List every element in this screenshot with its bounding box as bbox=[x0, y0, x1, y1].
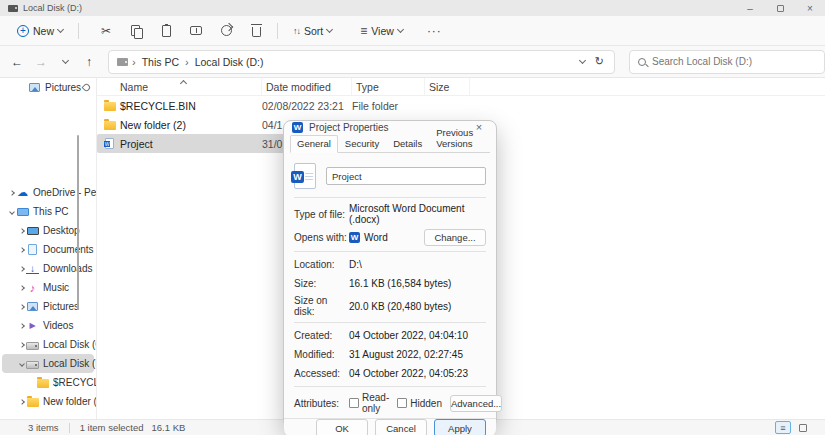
search-box[interactable] bbox=[629, 50, 825, 74]
expand-chevron-icon[interactable] bbox=[19, 304, 25, 310]
file-date-modified: 02/08/2022 23:21 bbox=[262, 100, 352, 112]
sidebar-item-pictures-pinned[interactable]: Pictures bbox=[2, 78, 94, 97]
details-view-toggle[interactable]: ≡ bbox=[775, 421, 791, 434]
sidebar-item-label: Desktop bbox=[43, 225, 80, 236]
breadcrumb-this-pc[interactable]: This PC bbox=[138, 56, 183, 68]
sort-button-label: Sort bbox=[304, 25, 323, 37]
apply-button[interactable]: Apply bbox=[434, 419, 486, 435]
expand-chevron-icon[interactable] bbox=[19, 342, 25, 348]
new-button-label: New bbox=[33, 25, 54, 37]
cancel-button[interactable]: Cancel bbox=[375, 419, 427, 435]
checkbox-icon bbox=[397, 398, 407, 408]
tab-details[interactable]: Details bbox=[386, 135, 429, 153]
sidebar-item-label: Music bbox=[43, 282, 69, 293]
see-more-button[interactable]: ··· bbox=[420, 19, 449, 43]
column-header-size[interactable]: Size bbox=[425, 78, 470, 95]
drive-icon bbox=[26, 361, 39, 369]
collapse-chevron-icon[interactable] bbox=[9, 209, 15, 215]
divider bbox=[294, 322, 486, 323]
sidebar-item-onedrive[interactable]: ☁ OneDrive - Perso bbox=[2, 183, 94, 202]
breadcrumb-separator-icon: › bbox=[183, 56, 191, 68]
expand-chevron-icon[interactable] bbox=[19, 399, 25, 405]
copy-icon bbox=[131, 25, 141, 37]
expand-chevron-icon[interactable] bbox=[19, 266, 25, 272]
read-only-label: Read-only bbox=[362, 392, 389, 414]
large-icons-view-toggle[interactable] bbox=[795, 421, 811, 434]
address-dropdown-icon[interactable] bbox=[579, 56, 586, 63]
breadcrumb[interactable]: › This PC › Local Disk (D:) ↻ bbox=[108, 50, 615, 74]
cut-icon: ✂ bbox=[101, 24, 111, 38]
paste-button[interactable] bbox=[153, 19, 179, 43]
hidden-checkbox[interactable]: Hidden bbox=[397, 398, 442, 409]
sidebar-item-documents[interactable]: Documents bbox=[2, 240, 94, 259]
file-row-recycle-bin[interactable]: $RECYCLE.BIN 02/08/2022 23:21 File folde… bbox=[97, 96, 470, 115]
tab-security[interactable]: Security bbox=[338, 135, 386, 153]
column-headers: Name Date modified Type Size bbox=[97, 78, 825, 96]
tab-previous-versions[interactable]: Previous Versions bbox=[429, 124, 490, 153]
pictures-icon bbox=[27, 302, 38, 311]
refresh-icon[interactable]: ↻ bbox=[595, 55, 604, 68]
maximize-button[interactable] bbox=[765, 0, 795, 16]
file-name: New folder (2) bbox=[120, 119, 186, 131]
type-of-file-label: Type of file: bbox=[294, 209, 349, 220]
videos-icon: ▶ bbox=[26, 320, 39, 332]
expand-chevron-icon[interactable] bbox=[19, 228, 25, 234]
advanced-button[interactable]: Advanced... bbox=[450, 395, 502, 412]
sidebar-item-label: OneDrive - Perso bbox=[33, 187, 97, 198]
share-button[interactable] bbox=[213, 19, 239, 43]
location-label: Location: bbox=[294, 259, 349, 270]
forward-button[interactable]: → bbox=[30, 51, 52, 73]
delete-button[interactable] bbox=[243, 19, 269, 43]
recent-locations-button[interactable] bbox=[54, 51, 76, 73]
up-button[interactable]: ↑ bbox=[78, 51, 100, 73]
folder-icon bbox=[104, 102, 116, 111]
expand-chevron-icon[interactable] bbox=[19, 323, 25, 329]
file-explorer-window: Local Disk (D:) – × + New ✂ ↑↓ Sort ≡ Vi… bbox=[0, 0, 825, 435]
rename-button[interactable] bbox=[183, 19, 209, 43]
close-button[interactable]: × bbox=[795, 0, 825, 16]
column-header-date-modified[interactable]: Date modified bbox=[262, 78, 352, 95]
sidebar-item-music[interactable]: ♪ Music bbox=[2, 278, 94, 297]
column-header-name[interactable]: Name bbox=[97, 78, 262, 95]
cut-button[interactable]: ✂ bbox=[93, 19, 119, 43]
collapse-chevron-icon[interactable] bbox=[19, 361, 25, 367]
expand-chevron-icon[interactable] bbox=[19, 285, 25, 291]
sidebar-item-pictures[interactable]: Pictures bbox=[2, 297, 94, 316]
sidebar-scrollbar[interactable] bbox=[77, 135, 79, 310]
tab-general[interactable]: General bbox=[290, 135, 338, 153]
sidebar-item-new-folder-2[interactable]: New folder (2 bbox=[2, 392, 94, 411]
toolbar-divider bbox=[78, 23, 79, 39]
view-button-label: View bbox=[371, 25, 394, 37]
folder-icon bbox=[104, 121, 116, 130]
read-only-checkbox[interactable]: Read-only bbox=[349, 392, 389, 414]
more-icon: ··· bbox=[427, 24, 442, 38]
expand-chevron-icon[interactable] bbox=[9, 190, 15, 196]
column-header-type[interactable]: Type bbox=[352, 78, 425, 95]
sidebar-item-desktop[interactable]: Desktop bbox=[2, 221, 94, 240]
copy-button[interactable] bbox=[123, 19, 149, 43]
dialog-title: Project Properties bbox=[309, 122, 388, 133]
sidebar-item-videos[interactable]: ▶ Videos bbox=[2, 316, 94, 335]
ok-button[interactable]: OK bbox=[316, 419, 368, 435]
sidebar-item-local-disk-c[interactable]: Local Disk (C:) bbox=[2, 335, 94, 354]
sort-button[interactable]: ↑↓ Sort bbox=[286, 19, 339, 43]
sort-icon: ↑↓ bbox=[293, 26, 300, 36]
sidebar-item-this-pc[interactable]: This PC bbox=[2, 202, 94, 221]
change-button[interactable]: Change... bbox=[424, 229, 486, 246]
pin-icon bbox=[82, 83, 92, 93]
search-input[interactable] bbox=[652, 56, 816, 67]
view-button[interactable]: ≡ View bbox=[353, 19, 410, 43]
divider bbox=[294, 251, 486, 252]
breadcrumb-current[interactable]: Local Disk (D:) bbox=[191, 56, 268, 68]
sidebar-item-local-disk-d[interactable]: Local Disk (D:) bbox=[2, 354, 94, 373]
sidebar-item-label: Pictures bbox=[45, 82, 81, 93]
sidebar-item-recycle-bin-folder[interactable]: $RECYCLE.BIN bbox=[2, 373, 94, 392]
back-button[interactable]: ← bbox=[6, 51, 28, 73]
opens-with-label: Opens with: bbox=[294, 232, 349, 243]
chevron-down-icon bbox=[57, 25, 64, 32]
filename-input[interactable] bbox=[326, 167, 486, 185]
new-button[interactable]: + New bbox=[10, 19, 70, 43]
expand-chevron-icon[interactable] bbox=[19, 247, 25, 253]
sidebar-item-downloads[interactable]: ↓ Downloads bbox=[2, 259, 94, 278]
minimize-button[interactable]: – bbox=[735, 0, 765, 16]
